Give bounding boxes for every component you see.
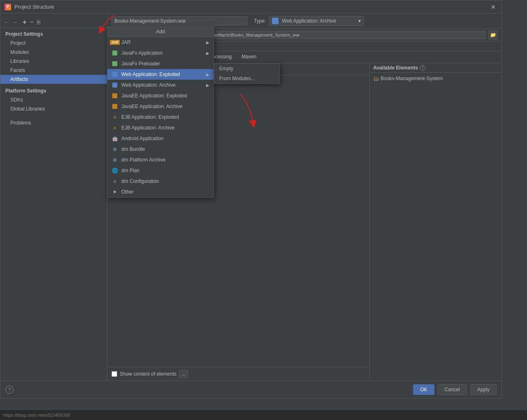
show-content-checkbox[interactable] (111, 371, 117, 377)
close-button[interactable]: ✕ (489, 3, 497, 11)
folder-browse-icon: 📁 (490, 32, 496, 38)
type-label: Type: (254, 18, 266, 24)
sidebar-item-artifacts[interactable]: Artifacts (0, 75, 107, 84)
dialog-footer: ? OK Cancel Apply (0, 381, 501, 398)
cancel-button[interactable]: Cancel (438, 384, 467, 395)
menu-item-web-archive[interactable]: Web Application: Archive ▶ (107, 80, 214, 90)
menu-item-ejb-exploded[interactable]: ≡ EJB Application: Exploded (107, 112, 214, 122)
platform-settings-label: Platform Settings (0, 84, 107, 95)
forward-button[interactable]: → (12, 19, 18, 25)
menu-item-label: JavaEE Application: Exploded (121, 93, 187, 99)
dm-config-icon: ≡ (111, 178, 118, 185)
project-folder-icon: 🗂 (373, 75, 379, 82)
menu-item-label: JAR (121, 39, 131, 45)
help-button[interactable]: ? (5, 385, 14, 394)
title-bar: P Project Structure ✕ (0, 0, 501, 14)
menu-item-jar[interactable]: JAR JAR ▶ (107, 37, 214, 48)
right-panel: Available Elements ? 🗂 Books-Management-… (370, 63, 501, 381)
javaee-archive-icon (111, 103, 118, 110)
menu-item-label: EJB Application: Exploded (121, 114, 179, 120)
submenu-item-empty[interactable]: Empty (214, 64, 279, 74)
menu-item-dm-bundle[interactable]: ⊛ dm Bundle (107, 144, 214, 155)
app-icon: P (5, 4, 11, 10)
project-settings-label: Project Settings (0, 30, 107, 39)
submenu-item-from-modules[interactable]: From Modules... (214, 74, 279, 83)
url-bar: https://blog.csdn.net/u013456390 (0, 410, 527, 420)
help-icon[interactable]: ? (420, 65, 425, 71)
menu-item-label: dm Plan (121, 168, 139, 173)
back-button[interactable]: ← (4, 19, 9, 25)
menu-item-label: EJB Application: Archive (121, 125, 174, 131)
dropdown-arrow-icon: ▾ (358, 18, 361, 24)
menu-item-label: dm Bundle (121, 146, 145, 152)
type-select[interactable]: Web Application: Archive ▾ (269, 16, 364, 26)
menu-item-javaee-archive[interactable]: JavaEE Application: Archive (107, 101, 214, 112)
menu-item-other[interactable]: ✦ Other (107, 187, 214, 197)
dropdown-header: Add (107, 27, 214, 37)
arrow-icon: ▶ (206, 83, 209, 88)
web-exploded-icon (111, 71, 118, 78)
right-panel-tree: 🗂 Books-Management-System (370, 73, 501, 381)
sidebar-item-global-libraries[interactable]: Global Libraries (0, 104, 107, 113)
menu-item-android[interactable]: 🤖 Android Application (107, 133, 214, 144)
android-icon: 🤖 (111, 135, 118, 142)
menu-item-label: JavaFx Application (121, 50, 163, 56)
sidebar-item-problems[interactable]: Problems (5, 118, 107, 127)
other-icon: ✦ (111, 189, 118, 195)
menu-item-javafx-preloader[interactable]: JavaFx Preloader (107, 58, 214, 69)
available-label: Available Elements (373, 65, 418, 71)
web-archive-icon (111, 82, 118, 88)
menu-item-label: Web Application: Exploded (121, 72, 180, 77)
project-structure-dialog: P Project Structure ✕ ← → + − ⎘ Project … (0, 0, 502, 399)
menu-item-label: JavaFx Preloader (121, 61, 160, 67)
sidebar-item-project[interactable]: Project (0, 39, 107, 48)
menu-item-dm-plan[interactable]: 🌐 dm Plan (107, 165, 214, 176)
dm-plan-icon: 🌐 (111, 167, 118, 174)
add-button[interactable]: + (23, 18, 26, 26)
sidebar-item-modules[interactable]: Modules (0, 48, 107, 57)
ejb-archive-icon: ≡ (111, 125, 118, 131)
available-elements-header: Available Elements ? (370, 63, 501, 73)
artifact-name-input[interactable] (111, 16, 247, 25)
dm-bundle-icon: ⊛ (111, 146, 118, 152)
menu-item-label: Web Application: Archive (121, 82, 176, 88)
submenu-web-exploded: Empty From Modules... (214, 63, 280, 84)
window-title: Project Structure (14, 4, 54, 10)
menu-item-ejb-archive[interactable]: ≡ EJB Application: Archive (107, 122, 214, 133)
more-options-button[interactable]: ... (179, 370, 188, 378)
arrow-icon: ▶ (206, 72, 209, 77)
web-app-archive-icon (272, 18, 279, 24)
type-value: Web Application: Archive (282, 18, 336, 24)
menu-item-javaee-exploded[interactable]: JavaEE Application: Exploded (107, 90, 214, 101)
apply-button[interactable]: Apply (470, 384, 497, 395)
browse-directory-button[interactable]: 📁 (488, 30, 497, 39)
menu-item-dm-config[interactable]: ≡ dm Configuration (107, 176, 214, 187)
copy-button[interactable]: ⎘ (37, 19, 40, 25)
menu-item-javafx-app[interactable]: JavaFx Application ▶ (107, 48, 214, 58)
tree-item-label: Books-Management-System (381, 76, 443, 81)
javafx-preloader-icon (111, 60, 118, 67)
tree-item[interactable]: 🗂 Books-Management-System (371, 74, 500, 83)
url-text: https://blog.csdn.net/u013456390 (3, 413, 70, 418)
sidebar-item-libraries[interactable]: Libraries (0, 57, 107, 66)
ejb-exploded-icon: ≡ (111, 114, 118, 120)
bottom-bar: Show content of elements ... (107, 367, 369, 381)
add-dropdown-menu: Add JAR JAR ▶ JavaFx Application ▶ JavaF… (107, 26, 214, 198)
menu-item-label: Other (121, 189, 134, 195)
jar-icon: JAR (111, 39, 118, 46)
menu-item-dm-platform[interactable]: ⊛ dm Platform Archive (107, 155, 214, 165)
sidebar-item-facets[interactable]: Facets (0, 66, 107, 75)
tab-maven[interactable]: Maven (237, 51, 261, 63)
title-bar-left: P Project Structure (5, 4, 54, 10)
dm-platform-icon: ⊛ (111, 157, 118, 163)
arrow-icon: ▶ (206, 40, 209, 45)
footer-left: ? (5, 385, 14, 394)
javafx-app-icon (111, 50, 118, 56)
show-content-label: Show content of elements (120, 371, 176, 377)
menu-item-label: JavaEE Application: Archive (121, 104, 183, 109)
menu-item-web-exploded[interactable]: Web Application: Exploded ▶ (107, 69, 214, 80)
sidebar: ← → + − ⎘ Project Settings Project Modul… (0, 14, 107, 381)
remove-button[interactable]: − (30, 18, 33, 26)
ok-button[interactable]: OK (413, 384, 434, 395)
sidebar-item-sdks[interactable]: SDKs (0, 95, 107, 104)
